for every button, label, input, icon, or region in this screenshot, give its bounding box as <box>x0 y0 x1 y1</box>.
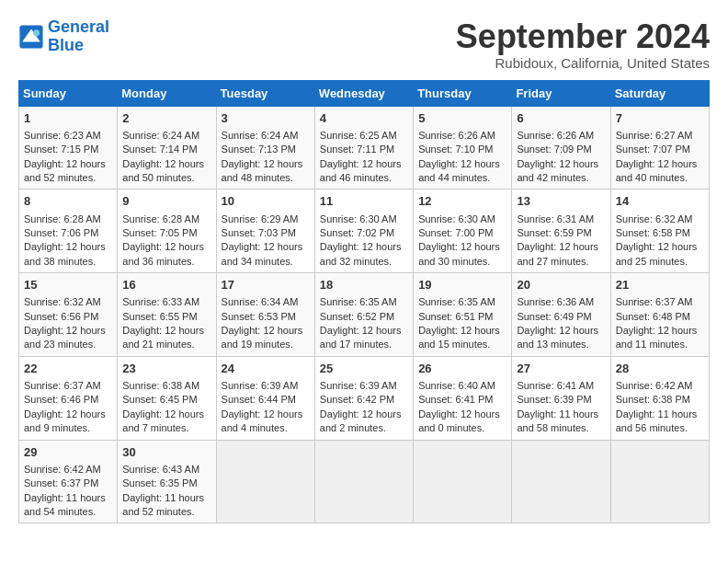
day-number: 29 <box>24 444 112 461</box>
sunset: Sunset: 6:39 PM <box>517 394 591 405</box>
day-cell: 30Sunrise: 6:43 AMSunset: 6:35 PMDayligh… <box>118 440 216 523</box>
day-cell: 5Sunrise: 6:26 AMSunset: 7:10 PMDaylight… <box>414 106 512 190</box>
sunrise: Sunrise: 6:34 AM <box>222 296 299 307</box>
sunrise: Sunrise: 6:32 AM <box>24 296 101 307</box>
sunset: Sunset: 6:46 PM <box>24 394 98 405</box>
sunrise: Sunrise: 6:43 AM <box>122 464 199 475</box>
daylight-label: Daylight: 12 hours and 46 minutes. <box>320 158 402 183</box>
daylight-label: Daylight: 12 hours and 48 minutes. <box>222 158 303 183</box>
sunrise: Sunrise: 6:37 AM <box>24 380 101 391</box>
day-cell: 28Sunrise: 6:42 AMSunset: 6:38 PMDayligh… <box>610 356 709 440</box>
day-number: 20 <box>517 277 605 293</box>
day-number: 30 <box>122 444 210 461</box>
sunrise: Sunrise: 6:41 AM <box>517 380 594 391</box>
day-number: 11 <box>320 193 408 210</box>
calendar-subtitle: Rubidoux, California, United States <box>456 55 710 71</box>
day-number: 12 <box>418 193 506 210</box>
sunrise: Sunrise: 6:39 AM <box>320 380 397 391</box>
header: General Blue September 2024 Rubidoux, Ca… <box>18 18 710 71</box>
header-cell-thursday: Thursday <box>414 80 512 106</box>
daylight-label: Daylight: 12 hours and 11 minutes. <box>616 325 698 350</box>
sunset: Sunset: 6:44 PM <box>222 394 296 405</box>
sunrise: Sunrise: 6:28 AM <box>24 213 101 224</box>
day-number: 28 <box>616 361 704 377</box>
day-cell: 23Sunrise: 6:38 AMSunset: 6:45 PMDayligh… <box>118 356 216 440</box>
day-cell: 3Sunrise: 6:24 AMSunset: 7:13 PMDaylight… <box>216 106 314 190</box>
sunset: Sunset: 6:35 PM <box>122 477 197 488</box>
sunrise: Sunrise: 6:39 AM <box>222 380 299 391</box>
daylight-label: Daylight: 12 hours and 42 minutes. <box>517 158 598 183</box>
sunrise: Sunrise: 6:31 AM <box>517 213 594 224</box>
daylight-label: Daylight: 11 hours and 56 minutes. <box>616 408 698 433</box>
day-cell: 12Sunrise: 6:30 AMSunset: 7:00 PMDayligh… <box>414 190 512 273</box>
sunset: Sunset: 7:14 PM <box>122 144 197 155</box>
sunset: Sunset: 6:38 PM <box>616 394 690 405</box>
sunrise: Sunrise: 6:37 AM <box>616 296 693 307</box>
calendar-table: SundayMondayTuesdayWednesdayThursdayFrid… <box>18 80 710 524</box>
day-number: 8 <box>24 193 112 210</box>
day-number: 6 <box>517 110 605 127</box>
sunrise: Sunrise: 6:24 AM <box>122 130 199 141</box>
daylight-label: Daylight: 12 hours and 17 minutes. <box>320 325 402 350</box>
sunrise: Sunrise: 6:32 AM <box>616 213 693 224</box>
day-number: 13 <box>517 193 605 210</box>
week-row-1: 1Sunrise: 6:23 AMSunset: 7:15 PMDaylight… <box>19 106 710 190</box>
day-cell: 10Sunrise: 6:29 AMSunset: 7:03 PMDayligh… <box>216 190 314 273</box>
day-number: 4 <box>320 110 408 127</box>
sunrise: Sunrise: 6:38 AM <box>122 380 199 391</box>
sunset: Sunset: 7:15 PM <box>24 144 98 155</box>
day-number: 10 <box>222 193 310 210</box>
daylight-label: Daylight: 12 hours and 50 minutes. <box>122 158 204 183</box>
week-row-5: 29Sunrise: 6:42 AMSunset: 6:37 PMDayligh… <box>19 440 710 523</box>
day-cell: 8Sunrise: 6:28 AMSunset: 7:06 PMDaylight… <box>19 190 118 273</box>
sunrise: Sunrise: 6:33 AM <box>122 296 199 307</box>
day-cell: 27Sunrise: 6:41 AMSunset: 6:39 PMDayligh… <box>512 356 610 440</box>
sunset: Sunset: 7:10 PM <box>418 144 493 155</box>
sunrise: Sunrise: 6:29 AM <box>222 213 299 224</box>
title-block: September 2024 Rubidoux, California, Uni… <box>456 18 710 71</box>
sunset: Sunset: 6:55 PM <box>122 311 197 322</box>
daylight-label: Daylight: 12 hours and 23 minutes. <box>24 325 106 350</box>
daylight-label: Daylight: 12 hours and 36 minutes. <box>122 241 204 266</box>
day-number: 17 <box>222 277 310 293</box>
sunset: Sunset: 7:11 PM <box>320 144 394 155</box>
sunrise: Sunrise: 6:42 AM <box>24 464 101 475</box>
header-cell-friday: Friday <box>512 80 610 106</box>
logo-text: General Blue <box>48 18 109 55</box>
header-cell-tuesday: Tuesday <box>216 80 314 106</box>
sunrise: Sunrise: 6:35 AM <box>320 296 397 307</box>
week-row-3: 15Sunrise: 6:32 AMSunset: 6:56 PMDayligh… <box>19 273 710 357</box>
day-number: 27 <box>517 361 605 377</box>
daylight-label: Daylight: 11 hours and 52 minutes. <box>122 492 204 517</box>
logo-icon <box>18 24 44 50</box>
daylight-label: Daylight: 12 hours and 19 minutes. <box>222 325 303 350</box>
day-number: 16 <box>122 277 210 293</box>
logo: General Blue <box>18 18 109 55</box>
sunset: Sunset: 7:07 PM <box>616 144 690 155</box>
day-cell: 14Sunrise: 6:32 AMSunset: 6:58 PMDayligh… <box>610 190 709 273</box>
day-cell: 25Sunrise: 6:39 AMSunset: 6:42 PMDayligh… <box>314 356 413 440</box>
day-number: 1 <box>24 110 112 127</box>
sunrise: Sunrise: 6:25 AM <box>320 130 397 141</box>
day-number: 21 <box>616 277 704 293</box>
day-number: 25 <box>320 361 408 377</box>
sunset: Sunset: 6:51 PM <box>418 311 493 322</box>
sunset: Sunset: 6:58 PM <box>616 227 690 238</box>
sunrise: Sunrise: 6:35 AM <box>418 296 495 307</box>
sunset: Sunset: 6:53 PM <box>222 311 296 322</box>
sunrise: Sunrise: 6:30 AM <box>418 213 495 224</box>
day-cell: 7Sunrise: 6:27 AMSunset: 7:07 PMDaylight… <box>610 106 709 190</box>
week-row-2: 8Sunrise: 6:28 AMSunset: 7:06 PMDaylight… <box>19 190 710 273</box>
daylight-label: Daylight: 12 hours and 0 minutes. <box>418 408 500 433</box>
day-cell: 17Sunrise: 6:34 AMSunset: 6:53 PMDayligh… <box>216 273 314 357</box>
daylight-label: Daylight: 12 hours and 27 minutes. <box>517 241 598 266</box>
header-cell-saturday: Saturday <box>610 80 709 106</box>
sunset: Sunset: 7:00 PM <box>418 227 493 238</box>
sunset: Sunset: 6:45 PM <box>122 394 197 405</box>
day-cell: 18Sunrise: 6:35 AMSunset: 6:52 PMDayligh… <box>314 273 413 357</box>
sunset: Sunset: 7:05 PM <box>122 227 197 238</box>
sunrise: Sunrise: 6:36 AM <box>517 296 594 307</box>
day-cell: 1Sunrise: 6:23 AMSunset: 7:15 PMDaylight… <box>19 106 118 190</box>
sunset: Sunset: 6:41 PM <box>418 394 493 405</box>
daylight-label: Daylight: 12 hours and 44 minutes. <box>418 158 500 183</box>
